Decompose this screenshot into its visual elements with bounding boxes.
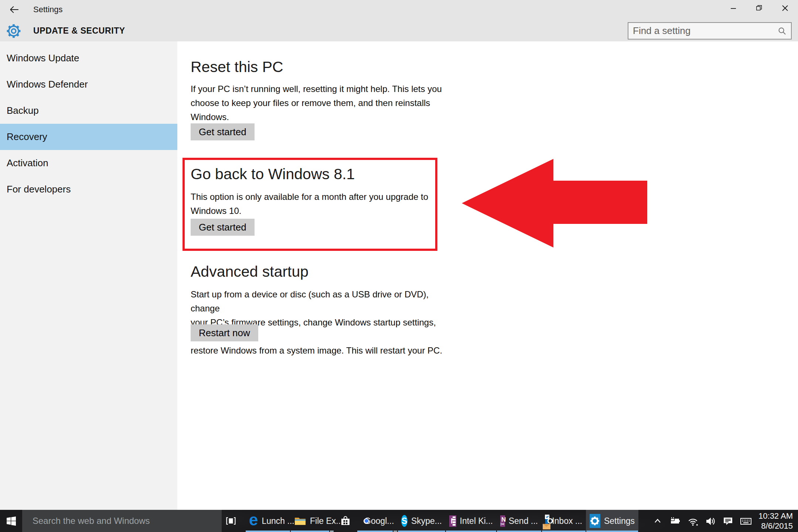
back-arrow-icon	[9, 5, 20, 14]
start-button[interactable]	[0, 510, 22, 532]
touch-keyboard-button[interactable]	[740, 515, 752, 526]
task-view-button[interactable]	[222, 510, 240, 532]
taskbar: e Lunch ... File Ex...	[0, 510, 798, 532]
send-to-onenote-icon: N ✂	[500, 515, 505, 527]
sidebar-item-label: Windows Update	[7, 52, 79, 64]
running-indicator	[357, 531, 393, 532]
sidebar-item-recovery[interactable]: Recovery	[0, 124, 177, 150]
settings-gear-icon	[6, 23, 21, 40]
taskbar-app-label: Send ...	[509, 516, 538, 526]
settings-app-icon	[590, 514, 600, 528]
page-title: UPDATE & SECURITY	[33, 26, 125, 36]
skype-icon: S	[401, 515, 407, 527]
taskbar-app-settings[interactable]: Settings	[586, 510, 638, 532]
sidebar-item-label: Activation	[7, 157, 48, 169]
action-center-button[interactable]	[722, 515, 733, 526]
taskbar-app-edge[interactable]: e Lunch ...	[245, 510, 290, 532]
sidebar-item-label: Recovery	[7, 131, 47, 143]
sidebar-item-activation[interactable]: Activation	[0, 150, 177, 176]
scissors-icon: ✂	[500, 521, 505, 528]
minimize-button[interactable]	[720, 0, 746, 16]
taskbar-app-label: Intel Ki...	[460, 516, 493, 526]
running-indicator	[542, 531, 586, 532]
running-indicator	[497, 531, 541, 532]
taskbar-app-send-to-onenote[interactable]: N ✂ Send ...	[497, 510, 542, 532]
taskbar-search-input[interactable]	[33, 516, 222, 526]
volume-button[interactable]	[705, 515, 716, 526]
windows-logo-icon	[6, 516, 16, 526]
running-indicator	[586, 531, 638, 532]
sidebar-spacer	[0, 41, 177, 45]
tray-expand-button[interactable]	[652, 516, 663, 526]
running-indicator	[291, 531, 329, 532]
taskbar-app-store[interactable]	[334, 510, 357, 532]
restore-button[interactable]	[746, 0, 772, 16]
sidebar-item-windows-defender[interactable]: Windows Defender	[0, 71, 177, 98]
running-indicator	[246, 531, 290, 532]
settings-app-screen: Settings	[0, 0, 798, 532]
onenote-list-strip	[453, 516, 456, 526]
clock-time: 10:32 AM	[758, 511, 793, 521]
multiple-windows-indicator	[393, 531, 397, 532]
taskbar-app-label: Lunch ...	[262, 516, 294, 526]
taskbar-app-onenote[interactable]: N Intel Ki...	[446, 510, 497, 532]
section-title-go-back: Go back to Windows 8.1	[191, 165, 355, 183]
app-header: Settings	[0, 0, 798, 41]
section-title-advanced-startup: Advanced startup	[191, 262, 308, 281]
running-indicator	[398, 531, 445, 532]
taskbar-apps: e Lunch ... File Ex...	[245, 510, 638, 532]
window-title: Settings	[33, 5, 63, 14]
reset-get-started-button[interactable]: Get started	[191, 123, 255, 140]
speaker-icon	[705, 515, 716, 526]
sidebar-item-backup[interactable]: Backup	[0, 98, 177, 124]
file-explorer-icon	[294, 516, 306, 526]
multiple-windows-indicator	[330, 531, 334, 532]
envelope-icon	[543, 524, 550, 529]
search-icon	[778, 27, 787, 35]
settings-sidebar: Windows Update Windows Defender Backup R…	[0, 41, 177, 510]
back-button[interactable]	[9, 5, 20, 14]
section-body-go-back: This option is only available for a mont…	[191, 190, 446, 218]
go-back-get-started-button[interactable]: Get started	[191, 219, 255, 236]
sidebar-item-for-developers[interactable]: For developers	[0, 176, 177, 202]
find-setting-input[interactable]	[633, 25, 778, 37]
sidebar-item-label: Backup	[7, 105, 39, 116]
battery-charging-icon	[669, 515, 681, 526]
taskbar-app-file-explorer[interactable]: File Ex...	[290, 510, 334, 532]
close-button[interactable]	[772, 0, 798, 16]
keyboard-icon	[740, 515, 752, 526]
section-body-advanced-startup: Start up from a device or disc (such as …	[191, 287, 446, 358]
section-body-reset-this-pc: If your PC isn’t running well, resetting…	[191, 82, 446, 124]
chevron-up-icon	[652, 516, 663, 526]
sidebar-item-label: Windows Defender	[7, 79, 88, 90]
restart-now-button[interactable]: Restart now	[191, 324, 258, 341]
taskbar-clock[interactable]: 10:32 AM 8/6/2015	[758, 511, 793, 531]
battery-status-button[interactable]	[669, 515, 681, 526]
wifi-icon	[687, 516, 699, 526]
taskbar-app-label: Inbox ...	[552, 516, 582, 526]
find-setting-searchbox[interactable]	[628, 22, 792, 40]
outlook-icon: O	[545, 515, 548, 527]
running-indicator	[446, 531, 496, 532]
minimize-icon	[730, 5, 736, 11]
taskbar-app-outlook[interactable]: O Inbox ...	[542, 510, 586, 532]
restore-icon	[756, 4, 763, 12]
action-center-icon	[722, 515, 733, 526]
recovery-content-pane: Reset this PC If your PC isn’t running w…	[177, 41, 798, 510]
store-icon	[340, 515, 351, 527]
sidebar-item-label: For developers	[7, 184, 71, 195]
edge-icon: e	[249, 514, 258, 526]
taskbar-app-skype[interactable]: S Skype...	[398, 510, 446, 532]
clock-date: 8/6/2015	[758, 521, 793, 531]
taskbar-app-chrome[interactable]: Googl...	[357, 510, 398, 532]
window-caption-controls	[720, 0, 798, 16]
task-view-icon	[225, 515, 236, 526]
network-status-button[interactable]	[687, 516, 699, 526]
section-title-reset-this-pc: Reset this PC	[191, 58, 283, 76]
system-tray: 10:32 AM 8/6/2015	[652, 510, 798, 532]
annotation-arrow-left-icon	[460, 157, 649, 250]
onenote-icon: N	[449, 515, 456, 527]
close-icon	[782, 5, 788, 11]
taskbar-searchbox[interactable]	[22, 510, 222, 532]
sidebar-item-windows-update[interactable]: Windows Update	[0, 45, 177, 71]
